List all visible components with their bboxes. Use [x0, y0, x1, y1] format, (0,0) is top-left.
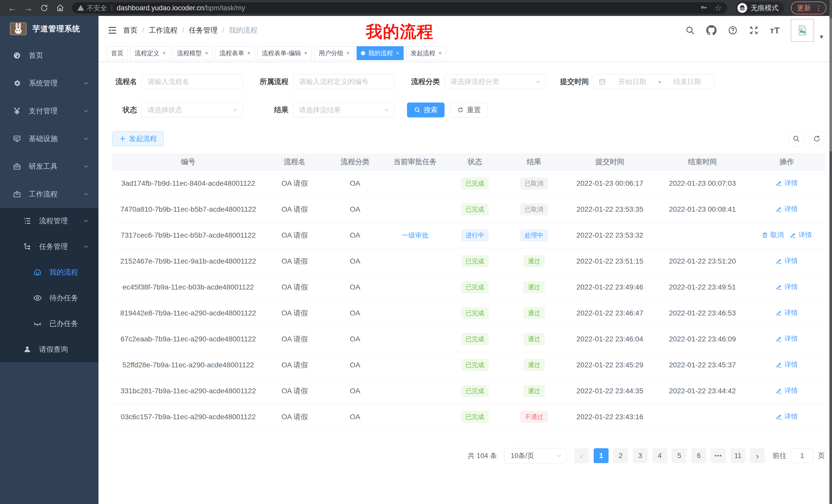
browser-update-button[interactable]: 更新 ⋮ — [791, 2, 826, 15]
sidebar-item-todo-task[interactable]: 待办任务 — [0, 285, 99, 311]
close-icon[interactable]: × — [304, 50, 308, 57]
more-pages-button[interactable]: ••• — [711, 448, 726, 463]
page-button-11[interactable]: 11 — [730, 448, 745, 463]
detail-link[interactable]: 详情 — [790, 230, 812, 240]
breadcrumb-item[interactable]: 任务管理 — [189, 25, 218, 35]
name-filter-input[interactable] — [142, 74, 243, 89]
cell-process-name: OA 请假 — [264, 412, 325, 422]
page-size-select[interactable]: 10条/页 — [504, 448, 566, 464]
page-button-3[interactable]: 3 — [633, 448, 648, 463]
avatar[interactable] — [791, 19, 814, 42]
result-filter-select[interactable]: 请选择流结果 — [293, 103, 395, 117]
page-button-1[interactable]: 1 — [594, 448, 608, 463]
sidebar-item-leave-query[interactable]: 请假查询 — [0, 337, 99, 362]
tab-process-form[interactable]: 流程表单× — [215, 46, 255, 60]
sidebar-item-workflow[interactable]: 工作流程 — [0, 180, 99, 208]
url-text[interactable]: dashboard.yudao.iocoder.cn/bpm/task/my — [117, 4, 245, 12]
sidebar-item-system[interactable]: 系统管理 — [0, 69, 99, 97]
fullscreen-icon[interactable] — [749, 25, 759, 35]
bookmark-star-icon[interactable]: ☆ — [714, 3, 722, 13]
tab-home[interactable]: 首页 — [107, 46, 128, 60]
tab-user-group[interactable]: 用户分组× — [314, 46, 354, 60]
goto-page-input[interactable] — [790, 448, 814, 463]
parent-filter-input[interactable] — [293, 74, 395, 89]
show-search-button[interactable] — [788, 131, 804, 147]
sidebar-item-done-task[interactable]: 已办任务 — [0, 311, 99, 337]
detail-link[interactable]: 详情 — [776, 360, 798, 369]
sidebar-item-devtools[interactable]: 研发工具 — [0, 152, 99, 180]
close-icon[interactable]: × — [396, 50, 399, 57]
chevron-down-icon — [82, 108, 89, 114]
refresh-table-button[interactable] — [809, 131, 825, 147]
column-header: 提交时间 — [564, 157, 656, 167]
browser-back-icon[interactable]: ← — [6, 2, 19, 13]
table-row: 819442e8-7b9a-11ec-a290-acde48001122OA 请… — [112, 300, 825, 326]
start-date-placeholder[interactable]: 开始日期 — [610, 77, 655, 86]
detail-link[interactable]: 详情 — [776, 178, 798, 188]
search-button[interactable]: 搜索 — [407, 103, 445, 117]
sidebar-item-home[interactable]: 首页 — [0, 41, 99, 69]
font-size-icon[interactable]: ᴛT — [770, 25, 780, 35]
page-button-5[interactable]: 5 — [672, 448, 687, 463]
cancel-link[interactable]: 取消 — [761, 230, 784, 240]
status-filter-select[interactable]: 请选择状态 — [142, 103, 243, 117]
close-icon[interactable]: × — [205, 50, 208, 57]
next-page-button[interactable]: › — [750, 448, 765, 463]
scrollbar-track[interactable] — [829, 0, 832, 504]
browser-forward-icon[interactable]: → — [22, 2, 35, 13]
breadcrumb-item[interactable]: 工作流程 — [149, 25, 178, 35]
tab-process-model[interactable]: 流程模型× — [173, 46, 213, 60]
column-header: 流程分类 — [325, 157, 385, 167]
scrollbar-thumb[interactable] — [829, 18, 832, 151]
collapse-sidebar-icon[interactable] — [106, 24, 119, 36]
sidebar-item-process-mgmt[interactable]: 流程管理 — [0, 208, 99, 234]
close-icon[interactable]: × — [438, 50, 442, 57]
detail-link[interactable]: 详情 — [776, 386, 798, 395]
detail-link[interactable]: 详情 — [776, 412, 798, 421]
current-task-link[interactable]: 一级审批 — [402, 231, 428, 240]
security-label[interactable]: 不安全 — [87, 4, 107, 12]
help-icon[interactable] — [728, 25, 738, 35]
page-button-2[interactable]: 2 — [613, 448, 628, 463]
close-icon[interactable]: × — [247, 50, 251, 57]
tab-my-process[interactable]: 我的流程× — [357, 46, 404, 60]
cell-current-task[interactable]: 一级审批 — [385, 231, 445, 240]
detail-link[interactable]: 详情 — [776, 334, 798, 343]
status: 已完成 — [445, 307, 504, 319]
github-icon[interactable] — [706, 25, 717, 35]
search-icon[interactable] — [685, 25, 695, 35]
close-icon[interactable]: × — [346, 50, 350, 57]
key-icon[interactable] — [700, 4, 708, 12]
detail-link[interactable]: 详情 — [776, 204, 798, 214]
reset-button[interactable]: 重置 — [450, 103, 488, 117]
browser-reload-icon[interactable] — [37, 2, 51, 13]
avatar-caret-icon[interactable]: ▼ — [818, 34, 824, 40]
category-filter-select[interactable]: 请选择流程分类 — [445, 74, 546, 89]
sidebar-item-task-mgmt[interactable]: 任务管理 — [0, 234, 99, 259]
close-icon[interactable]: × — [162, 50, 166, 57]
result: 不通过 — [504, 411, 564, 423]
tab-start-process[interactable]: 发起流程× — [406, 46, 446, 60]
detail-link[interactable]: 详情 — [776, 308, 798, 317]
submit-time-range-picker[interactable]: 开始日期 - 结束日期 — [593, 74, 714, 89]
status-badge: 已完成 — [461, 333, 489, 345]
action-label: 详情 — [784, 308, 798, 317]
address-bar[interactable]: 不安全 dashboard.yudao.iocoder.cn/bpm/task/… — [72, 2, 727, 13]
tab-process-form-edit[interactable]: 流程表单-编辑× — [258, 46, 312, 60]
end-date-placeholder[interactable]: 结束日期 — [665, 77, 710, 86]
cell-id: 7470a810-7b9b-11ec-b5b7-acde48001122 — [112, 205, 264, 214]
tab-process-definition[interactable]: 流程定义× — [130, 46, 170, 60]
page-button-4[interactable]: 4 — [652, 448, 667, 463]
breadcrumb-item[interactable]: 首页 — [123, 25, 137, 35]
sidebar-item-payment[interactable]: 支付管理 — [0, 97, 99, 125]
page-button-6[interactable]: 6 — [691, 448, 706, 463]
detail-link[interactable]: 详情 — [776, 256, 798, 265]
cell-process-category: OA — [325, 283, 385, 291]
sidebar-item-infrastructure[interactable]: 基础设施 — [0, 125, 99, 152]
detail-link[interactable]: 详情 — [776, 282, 798, 291]
browser-menu-icon[interactable]: ⋮ — [815, 4, 822, 12]
browser-home-icon[interactable] — [53, 2, 67, 13]
app-logo-row[interactable]: 芋道管理系统 — [0, 16, 99, 41]
sidebar-item-my-process[interactable]: 我的流程 — [0, 259, 99, 285]
start-process-button[interactable]: 发起流程 — [112, 131, 164, 146]
